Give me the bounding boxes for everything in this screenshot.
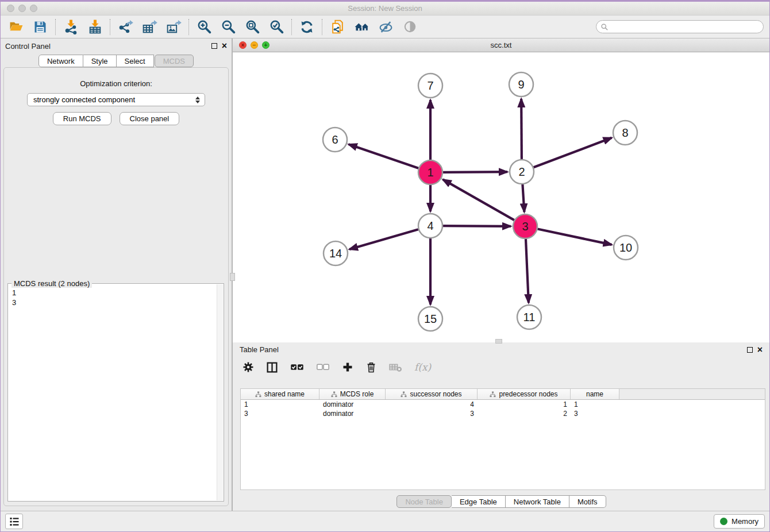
close-window-button[interactable] <box>7 5 14 12</box>
save-session-icon[interactable] <box>28 17 52 37</box>
select-all-icon[interactable] <box>290 363 304 372</box>
table-cell-shared-name[interactable]: 3 <box>241 409 319 418</box>
split-columns-icon[interactable] <box>266 361 278 373</box>
table-cell-name[interactable]: 1 <box>571 400 619 409</box>
graph-node-2[interactable]: 2 <box>510 160 534 184</box>
import-table-icon[interactable] <box>83 17 107 37</box>
refresh-icon[interactable] <box>295 17 319 37</box>
table-cell-mcds-role[interactable]: dominator <box>319 409 386 418</box>
run-mcds-button[interactable]: Run MCDS <box>53 112 111 125</box>
table-cell-predecessor-nodes[interactable]: 1 <box>478 400 571 409</box>
zoom-fit-icon[interactable] <box>240 17 264 37</box>
tab-node-table[interactable]: Node Table <box>396 495 452 508</box>
column-header-successor-nodes[interactable]: successor nodes <box>386 389 478 399</box>
import-network-icon[interactable] <box>59 17 83 37</box>
float-panel-icon[interactable] <box>211 43 217 49</box>
network-canvas[interactable]: 1234678910111415 <box>233 52 769 342</box>
hide-selected-icon[interactable] <box>374 17 398 37</box>
toolbar-icon-groups <box>4 17 422 37</box>
column-header-shared-name[interactable]: shared name <box>241 389 319 399</box>
table-cell-name[interactable]: 3 <box>571 409 619 418</box>
duplicate-network-icon[interactable] <box>325 17 349 37</box>
graph-edge-1-6[interactable] <box>349 144 419 168</box>
graph-edge-1-2[interactable] <box>443 172 507 172</box>
memory-button[interactable]: Memory <box>714 514 765 529</box>
window-traffic-lights <box>7 5 37 12</box>
graph-node-9[interactable]: 9 <box>509 72 533 97</box>
graph-node-11[interactable]: 11 <box>517 305 541 329</box>
deselect-all-icon[interactable] <box>316 363 330 372</box>
graph-edge-4-14[interactable] <box>349 229 418 249</box>
close-panel-button[interactable]: Close panel <box>120 112 180 125</box>
svg-text:6: 6 <box>332 133 338 146</box>
gear-icon[interactable] <box>242 361 254 373</box>
graph-edge-4-3[interactable] <box>443 226 511 226</box>
column-header-predecessor-nodes[interactable]: predecessor nodes <box>478 389 571 399</box>
graph-node-10[interactable]: 10 <box>614 236 638 260</box>
graph-node-15[interactable]: 15 <box>418 307 442 331</box>
graph-edge-2-3[interactable] <box>522 184 524 212</box>
tab-motifs[interactable]: Motifs <box>569 495 606 508</box>
table-row[interactable]: 3dominator323 <box>241 409 765 418</box>
zoom-out-icon[interactable] <box>216 17 240 37</box>
memory-label: Memory <box>732 517 759 526</box>
control-panel: Control Panel × NetworkStyleSelectMCDS O… <box>1 38 233 511</box>
graph-node-4[interactable]: 4 <box>418 214 442 238</box>
float-table-panel-icon[interactable] <box>747 347 753 353</box>
search-input[interactable] <box>596 20 764 33</box>
table-cell-predecessor-nodes[interactable]: 2 <box>478 409 571 418</box>
add-row-icon[interactable] <box>342 361 353 373</box>
toolbar-separator <box>55 19 56 35</box>
zoom-view-button[interactable]: + <box>262 41 270 49</box>
graph-node-14[interactable]: 14 <box>324 241 348 265</box>
table-header-row: shared nameMCDS rolesuccessor nodesprede… <box>241 389 765 400</box>
graph-node-3[interactable]: 3 <box>513 214 537 238</box>
table-row[interactable]: 1dominator411 <box>241 400 765 409</box>
tab-edge-table[interactable]: Edge Table <box>452 495 506 508</box>
tab-select[interactable]: Select <box>117 55 154 67</box>
graph-node-6[interactable]: 6 <box>323 128 347 152</box>
horizontal-splitter-handle[interactable] <box>495 339 502 344</box>
table-cell-successor-nodes[interactable]: 4 <box>386 400 478 409</box>
delete-row-icon[interactable] <box>365 361 377 373</box>
graph-node-7[interactable]: 7 <box>418 74 442 98</box>
mcds-result-textarea[interactable]: 13 <box>9 284 217 500</box>
column-header-mcds-role[interactable]: MCDS role <box>319 389 386 399</box>
vertical-splitter-handle[interactable] <box>230 273 235 281</box>
export-network-icon[interactable] <box>113 17 137 37</box>
graph-edge-3-1[interactable] <box>443 179 514 220</box>
zoom-selected-icon[interactable] <box>264 17 288 37</box>
svg-text:9: 9 <box>518 78 524 91</box>
tab-mcds[interactable]: MCDS <box>155 55 194 67</box>
tab-network-table[interactable]: Network Table <box>506 495 569 508</box>
zoom-in-icon[interactable] <box>192 17 216 37</box>
graph-edge-2-8[interactable] <box>534 138 612 167</box>
criterion-select[interactable]: strongly connected component <box>27 93 205 106</box>
table-cell-shared-name[interactable]: 1 <box>241 400 319 409</box>
minimize-view-button[interactable]: − <box>251 41 258 49</box>
table-cell-mcds-role[interactable]: dominator <box>319 400 386 409</box>
open-folder-icon[interactable] <box>4 17 28 37</box>
close-table-panel-icon[interactable]: × <box>757 347 763 353</box>
minimize-window-button[interactable] <box>18 5 26 12</box>
export-image-icon[interactable] <box>161 17 186 37</box>
tab-style[interactable]: Style <box>83 55 117 67</box>
toolbar-separator <box>188 19 189 35</box>
graph-node-8[interactable]: 8 <box>613 121 637 145</box>
task-history-button[interactable] <box>5 514 23 529</box>
tab-network[interactable]: Network <box>38 55 83 67</box>
graph-node-1[interactable]: 1 <box>418 160 442 184</box>
network-window-title: scc.txt <box>491 41 512 49</box>
graph-edge-2-9[interactable] <box>521 99 522 159</box>
table-panel: Table Panel × f(x) shared nameMCDS roles… <box>233 342 769 511</box>
close-view-button[interactable]: × <box>239 41 247 49</box>
column-header-name[interactable]: name <box>571 389 619 399</box>
table-cell-successor-nodes[interactable]: 3 <box>386 409 478 418</box>
graph-edge-3-10[interactable] <box>538 229 612 245</box>
zoom-window-button[interactable] <box>30 5 37 12</box>
graph-edge-3-11[interactable] <box>526 239 529 303</box>
export-table-icon[interactable] <box>137 17 161 37</box>
first-neighbors-icon[interactable] <box>349 17 374 37</box>
result-scrollbar[interactable] <box>217 284 223 500</box>
close-panel-icon[interactable]: × <box>222 43 227 49</box>
